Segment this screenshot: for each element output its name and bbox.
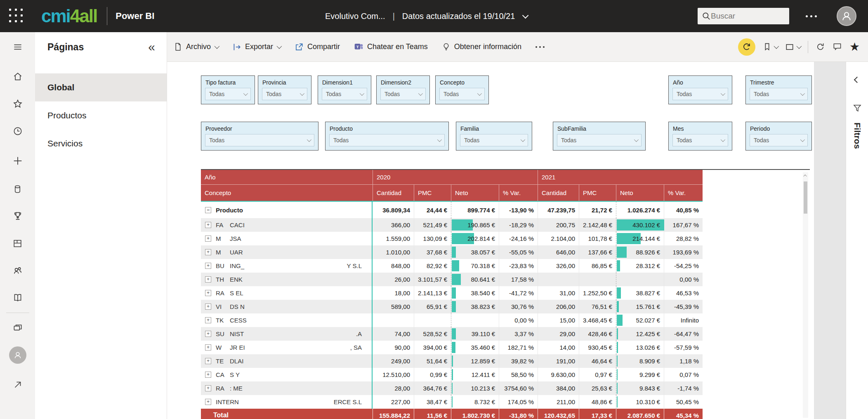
toolbar-more-icon[interactable] — [535, 46, 545, 48]
chatear-teams-button[interactable]: T Chatear en Teams — [354, 42, 428, 52]
matrix-row[interactable]: + M UAR 1.010,00 37,68 € 38.057 € -55,05… — [201, 245, 703, 259]
filter-dropdown[interactable]: Todas — [329, 134, 445, 146]
bookmarks-button[interactable] — [763, 42, 778, 51]
table-scrollbar[interactable] — [803, 172, 808, 418]
app-launcher-waffle-icon[interactable] — [7, 7, 26, 25]
scrollbar-up-arrow-icon[interactable] — [803, 172, 808, 179]
expand-plus-icon[interactable]: + — [205, 235, 211, 242]
scrollbar-thumb[interactable] — [804, 181, 807, 214]
filter-dropdown[interactable]: Todas — [750, 134, 808, 146]
data-bar — [617, 369, 618, 380]
refresh-button[interactable] — [816, 42, 825, 52]
filter-dropdown[interactable]: Todas — [460, 134, 528, 146]
filter-provincia: Provincia Todas — [258, 75, 311, 104]
matrix-row[interactable]: + W JR EI , SA 90,00 394,00 € 35.460 € 1… — [201, 341, 703, 354]
hamburger-menu-icon[interactable] — [9, 38, 27, 56]
data-bar — [452, 396, 453, 407]
favorite-star-icon[interactable]: ★ — [849, 41, 860, 53]
obtener-informacion-button[interactable]: Obtener información — [442, 42, 521, 51]
matrix-row[interactable]: + FA CACI 366,00 521,49 € 190.865 € -18,… — [201, 218, 703, 232]
expand-plus-icon[interactable]: + — [205, 385, 211, 391]
matrix-row[interactable]: + RA S EL 18,00 2.141,13 € 38.540 € -41,… — [201, 286, 703, 300]
collapse-panel-icon[interactable]: « — [148, 41, 155, 53]
filter-dropdown[interactable]: Todas — [380, 88, 426, 100]
expand-plus-icon[interactable]: + — [205, 317, 211, 323]
col-header-var-2020: % Var. — [499, 185, 538, 201]
filter-tipo-factura: Tipo factura Todas — [201, 75, 255, 104]
filter-dropdown[interactable]: Todas — [439, 88, 485, 100]
comments-button[interactable] — [833, 42, 842, 52]
create-plus-icon[interactable] — [9, 152, 27, 170]
expand-plus-icon[interactable]: + — [205, 358, 211, 364]
user-avatar[interactable] — [837, 6, 856, 26]
row-name-fragment: INTERN — [216, 398, 239, 405]
expand-filters-chevron-icon[interactable] — [854, 77, 861, 83]
matrix-row[interactable]: + TE DLAI 249,00 51,64 € 12.859 € 39,82 … — [201, 354, 703, 368]
workspaces-icon[interactable] — [9, 319, 27, 337]
chevron-down-icon — [774, 44, 779, 49]
row-name-fragment: : ME — [230, 385, 243, 392]
chevron-down-icon[interactable] — [522, 12, 529, 19]
exportar-menu[interactable]: Exportar — [232, 42, 281, 52]
expand-plus-icon[interactable]: + — [205, 331, 211, 337]
filter-dropdown[interactable]: Todas — [205, 88, 251, 100]
matrix-row[interactable]: + TH ENK 26,00 3.101,57 € 80.641 € 17,58… — [201, 273, 703, 286]
archivo-menu[interactable]: Archivo — [174, 42, 218, 51]
view-button[interactable] — [785, 42, 800, 52]
matrix-parent-row[interactable]: − Producto 36.809,34 24,44 € 899.774 € -… — [201, 202, 703, 218]
chevron-down-icon — [800, 91, 805, 96]
favorites-star-icon[interactable] — [9, 95, 27, 113]
expand-plus-icon[interactable]: + — [205, 290, 211, 296]
expand-plus-icon[interactable]: + — [205, 263, 211, 269]
matrix-row[interactable]: + CA S Y 12.510,00 0,99 € 12.411 € 58,50… — [201, 368, 703, 381]
matrix-row[interactable]: + RA : ME 28,00 364,76 € 10.213 € 3754,6… — [201, 381, 703, 395]
page-item-productos[interactable]: Productos — [35, 101, 167, 129]
page-item-servicios[interactable]: Servicios — [35, 129, 167, 158]
matrix-row[interactable]: + INTERN ERCE S.L 227,00 38,47 € 8.732 €… — [201, 395, 703, 409]
compartir-button[interactable]: Compartir — [295, 42, 340, 52]
matrix-row[interactable]: + TK CESS 0,00 % 15,00 3.468,45 € 52.027… — [201, 313, 703, 327]
filter-dropdown[interactable]: Todas — [557, 134, 642, 146]
filter-dropdown[interactable]: Todas — [672, 134, 728, 146]
filter-dropdown[interactable]: Todas — [262, 88, 307, 100]
data-bar — [452, 328, 456, 339]
goals-trophy-icon[interactable] — [9, 207, 27, 225]
matrix-row[interactable]: + M JSA 1.559,00 130,09 € 202.814 € -24,… — [201, 232, 703, 245]
filter-dropdown[interactable]: Todas — [322, 88, 367, 100]
filter-dropdown[interactable]: Todas — [672, 88, 728, 100]
home-icon[interactable] — [9, 68, 27, 86]
data-bar — [617, 301, 619, 312]
reset-highlighted-button[interactable] — [738, 38, 755, 56]
filter-dropdown[interactable]: Todas — [205, 134, 314, 146]
col-header-neto-2021: Neto — [616, 185, 664, 201]
expand-plus-icon[interactable]: + — [205, 372, 211, 378]
matrix-row[interactable]: + VI DS N 589,00 65,91 € 38.823 € 30,76 … — [201, 300, 703, 313]
data-updated-label[interactable]: Datos actualizados el 19/10/21 — [402, 12, 515, 21]
file-icon — [174, 42, 182, 51]
search-input[interactable] — [711, 12, 777, 21]
expand-plus-icon[interactable]: + — [205, 222, 211, 228]
datasets-icon[interactable] — [9, 180, 27, 198]
more-options-icon[interactable] — [806, 15, 817, 17]
page-item-global[interactable]: Global — [35, 73, 167, 101]
filter-dropdown[interactable]: Todas — [750, 88, 808, 100]
shared-people-icon[interactable] — [9, 261, 27, 280]
external-link-arrow-icon[interactable] — [9, 376, 27, 394]
matrix-row[interactable]: + BU ING_ Y S.L 848,00 82,92 € 70.318 € … — [201, 259, 703, 273]
learn-book-icon[interactable] — [9, 289, 27, 307]
expand-plus-icon[interactable]: + — [205, 304, 211, 310]
expand-plus-icon[interactable]: + — [205, 249, 211, 255]
apps-layout-icon[interactable] — [9, 234, 27, 252]
expand-plus-icon[interactable]: + — [205, 276, 211, 282]
row-name-fragment: S Y — [230, 371, 240, 378]
row-name-fragment: JSA — [230, 235, 241, 242]
search-box[interactable] — [698, 8, 789, 24]
chevron-down-icon — [360, 91, 364, 96]
my-workspace-avatar[interactable] — [9, 346, 27, 364]
collapse-minus-icon[interactable]: − — [205, 207, 211, 213]
expand-plus-icon[interactable]: + — [205, 399, 211, 405]
recent-clock-icon[interactable] — [9, 122, 27, 140]
expand-plus-icon[interactable]: + — [205, 344, 211, 351]
share-icon — [295, 42, 304, 52]
matrix-row[interactable]: + SU NIST .A 74,00 528,52 € 39.110 € 3,3… — [201, 327, 703, 341]
